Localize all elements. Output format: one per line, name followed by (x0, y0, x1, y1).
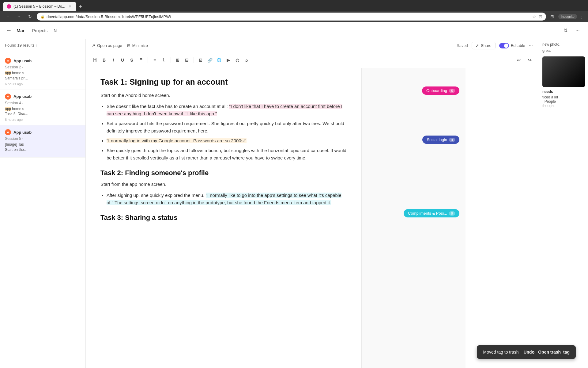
open-page-icon: ↗ (92, 43, 95, 48)
app-header: ← Mar Projects N ⇅ ··· (0, 22, 588, 39)
italic-button[interactable]: I (109, 56, 118, 64)
table-button[interactable]: ⊞ (173, 56, 182, 64)
highlighted-quote: "I normally log in with my Google accoun… (107, 138, 247, 143)
onboarding-chip[interactable]: Onboarding 5 (422, 86, 459, 95)
search-result-item[interactable]: A App usab Session 4 · app home sTask 5:… (0, 90, 85, 126)
result-subtitle: Session 5 · (5, 136, 81, 141)
compliments-chip[interactable]: Compliments & Posi... 9 (404, 209, 459, 217)
doc-panel: ↗ Open as page ⊟ Minimize Saved ⤢ Share (86, 39, 539, 368)
more-icon[interactable]: ··· (573, 26, 582, 35)
extensions-icon[interactable]: ⊞ (548, 13, 556, 20)
bullet-list-button[interactable]: ≡ (150, 56, 159, 64)
underline-button[interactable]: U (118, 56, 127, 64)
search-toolbar-button[interactable]: ⌕ (242, 56, 251, 64)
bookmark-icon[interactable]: ☆ (532, 14, 536, 19)
result-header: A App usab (5, 129, 81, 135)
task3-heading: Task 3: Sharing a status (100, 214, 347, 222)
share-label: Share (481, 43, 492, 48)
result-header: A App usab (5, 94, 81, 100)
browser-menu-button[interactable]: ⋮ (579, 14, 584, 20)
video-button[interactable]: ▶ (224, 56, 232, 64)
result-time: 6 hours ago (5, 82, 81, 86)
minimize-button[interactable]: ⊟ Minimize (127, 43, 148, 48)
heading-button[interactable]: H (91, 56, 99, 64)
search-result-item[interactable]: A App usab Session 5 · [Image] TasStart … (0, 125, 85, 158)
partial-text1: ticed a lot (542, 95, 585, 99)
compliments-tag[interactable]: Compliments & Posi... 9 (404, 209, 459, 221)
nav-projects[interactable]: Projects (32, 27, 48, 34)
result-snippet: app home sSamara's pra few secon (5, 71, 81, 81)
partial-needs-label: needs (542, 90, 585, 94)
header-nav: Projects N (32, 27, 57, 34)
doc-more-button[interactable]: ··· (529, 43, 533, 48)
cast-icon[interactable]: ⊡ (539, 14, 542, 19)
doc-actions: Saved ⤢ Share Editable ··· (457, 42, 533, 49)
share-icon: ⤢ (476, 43, 479, 48)
open-page-button[interactable]: ↗ Open as page (92, 43, 122, 48)
redo-button[interactable]: ↪ (526, 56, 534, 64)
task1-intro: Start on the Android home screen. (100, 92, 347, 99)
address-bar[interactable]: 🔒 dovetailapp.com/data/Session-5-Blossom… (37, 13, 546, 21)
sort-icon[interactable]: ⇅ (561, 26, 570, 35)
forward-button[interactable]: → (15, 12, 23, 21)
main-content: Found 19 results i A App usab Session 2 … (0, 39, 588, 368)
doc-body: Task 1: Signing up for an account Start … (86, 68, 539, 368)
search-header: Found 19 results i (0, 39, 85, 54)
strikethrough-button[interactable]: S (127, 56, 136, 64)
refresh-button[interactable]: ↻ (26, 12, 34, 21)
more-format-button[interactable]: ◎ (233, 56, 242, 64)
result-time: 6 hours ago (5, 118, 81, 121)
social-login-tag[interactable]: Social login 4 (422, 136, 459, 148)
minimize-icon: ⊟ (127, 43, 130, 48)
active-tab[interactable]: (1) Session 5 – Blossom – Do... ✕ (3, 2, 76, 11)
nav-second[interactable]: N (54, 27, 57, 34)
onboarding-tag[interactable]: Onboarding 5 (422, 86, 459, 98)
open-page-label: Open as page (97, 43, 122, 48)
task1-heading: Task 1: Signing up for an account (100, 77, 347, 87)
undo-button[interactable]: Undo (523, 350, 534, 355)
doc-header-bar: ↗ Open as page ⊟ Minimize Saved ⤢ Share (86, 39, 539, 52)
browser-tabs: (1) Session 5 – Blossom – Do... ✕ + – (0, 0, 588, 11)
list-item: She doesn't like the fact she has to cre… (107, 103, 347, 117)
right-sidebar-partial: new photo. great needs ticed a lot . Peo… (539, 39, 588, 368)
partial-text2: . People (542, 99, 585, 104)
bold-button[interactable]: B (100, 56, 108, 64)
compliments-count: 9 (449, 211, 455, 216)
partial-label-new: new photo. (542, 42, 585, 47)
browser-minimize[interactable]: – (579, 7, 581, 11)
align-button[interactable]: ⊟ (183, 56, 191, 64)
open-trash-button[interactable]: Open trash tag (538, 350, 570, 355)
formatting-toolbar: H B I U S ❝ ≡ ⒈ ⊞ ⊟ ⊡ 🔗 🌐 ▶ (91, 56, 251, 64)
numbered-list-button[interactable]: ⒈ (160, 56, 168, 64)
image-button[interactable]: ⊡ (196, 56, 205, 64)
share-button[interactable]: ⤢ Share (472, 42, 496, 49)
list-item-text: She doesn't like the fact she has to cre… (107, 104, 229, 109)
toolbar-right: ⊞ Incognito ⋮ (548, 13, 584, 20)
undo-button[interactable]: ↩ (514, 56, 523, 64)
partial-image-card (542, 56, 585, 87)
partial-text3: thought (542, 104, 585, 108)
link-button[interactable]: 🔗 (205, 56, 214, 64)
new-tab-button[interactable]: + (76, 2, 85, 11)
search-result-item[interactable]: A App usab Session 2 · app home sSamara'… (0, 54, 85, 90)
result-snippet: app home sTask 5: Discthe app hon (5, 106, 81, 117)
incognito-badge[interactable]: Incognito (558, 14, 577, 19)
task1-list: She doesn't like the fact she has to cre… (100, 103, 347, 162)
browser-toolbar: ← → ↻ 🔒 dovetailapp.com/data/Session-5-B… (0, 11, 588, 22)
saved-text: Saved (457, 43, 468, 48)
result-header: A App usab (5, 58, 81, 64)
back-button[interactable]: ← (4, 12, 12, 21)
tab-close-button[interactable]: ✕ (68, 4, 73, 9)
social-chip[interactable]: Social login 4 (422, 136, 459, 144)
list-item: Set a password but hits the password req… (107, 120, 347, 135)
task2-heading: Task 2: Finding someone's profile (100, 169, 347, 177)
app-title: Mar (17, 28, 25, 33)
doc-content: Task 1: Signing up for an account Start … (86, 68, 361, 368)
url-text: dovetailapp.com/data/Session-5-Blossom-1… (47, 14, 171, 19)
search-results-count: Found 19 results i (5, 43, 81, 48)
url-button[interactable]: 🌐 (215, 56, 223, 64)
toggle-switch[interactable] (499, 43, 509, 48)
quote-button[interactable]: ❝ (137, 56, 145, 64)
toolbar-divider (148, 57, 148, 63)
back-button[interactable]: ← (6, 27, 12, 34)
